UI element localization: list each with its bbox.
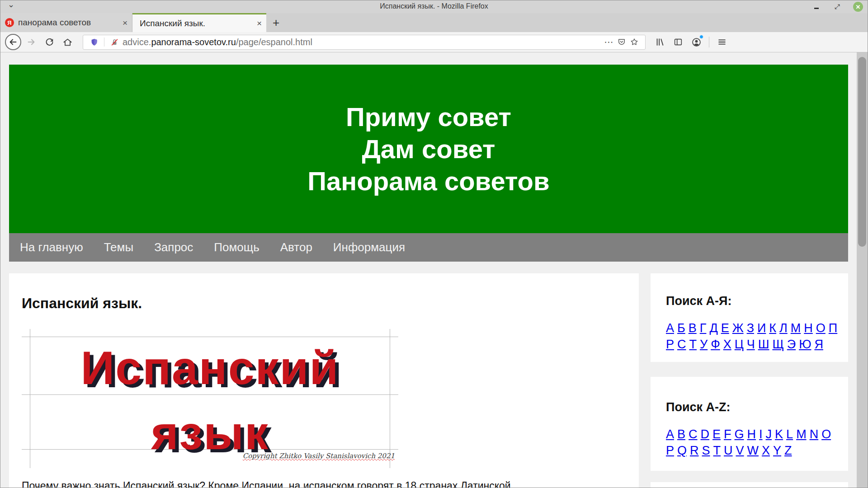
tab-title: панорама советов (18, 18, 119, 28)
alphabet-link[interactable]: Р (666, 337, 674, 352)
alphabet-link[interactable]: T (713, 443, 721, 458)
url-domain: panorama-sovetov.ru (151, 37, 236, 47)
alphabet-link[interactable]: Z (784, 443, 792, 458)
forward-button[interactable] (23, 34, 39, 50)
site-nav-link[interactable]: Информация (333, 240, 405, 254)
image-signature: Copyright Zhitko Vasily Stanislavovich 2… (243, 452, 395, 460)
maximize-button[interactable]: ⤢ (832, 2, 842, 12)
pocket-save-icon[interactable] (615, 38, 628, 47)
tab-close-icon[interactable]: × (123, 19, 127, 27)
alphabet-link[interactable]: J (766, 427, 772, 442)
back-button[interactable] (5, 34, 21, 50)
page-actions-ellipsis-icon[interactable]: ⋯ (603, 37, 615, 47)
alphabet-link[interactable]: Х (723, 337, 731, 352)
alphabet-link[interactable]: Э (787, 337, 796, 352)
tracking-protection-shield-icon[interactable] (88, 38, 100, 47)
alphabet-link[interactable]: Щ (772, 337, 783, 352)
alphabet-link[interactable]: А (666, 321, 674, 336)
alphabet-link[interactable]: Ю (799, 337, 811, 352)
bookmark-star-icon[interactable] (628, 38, 641, 47)
tab-close-icon[interactable]: × (257, 19, 262, 28)
insecure-lock-icon[interactable] (108, 38, 121, 47)
site-header-line: Приму совет (346, 101, 511, 133)
alphabet-link[interactable]: X (762, 443, 770, 458)
alphabet-link[interactable]: Г (700, 321, 707, 336)
scrollbar-thumb[interactable] (858, 57, 866, 247)
alphabet-link[interactable]: I (759, 427, 763, 442)
alphabet-link[interactable]: Я (814, 337, 823, 352)
vertical-scrollbar[interactable] (857, 52, 868, 488)
alphabet-link[interactable]: G (735, 427, 744, 442)
image-text-line2: язык (22, 409, 398, 456)
alphabet-link[interactable]: S (702, 443, 710, 458)
toolbar-right-icons (651, 34, 731, 50)
tab-espanol-active[interactable]: Испанский язык. × (132, 13, 266, 32)
alphabet-link[interactable]: В (689, 321, 697, 336)
address-bar[interactable]: advice.panorama-sovetov.ru/page/espanol.… (83, 35, 646, 50)
home-button[interactable] (59, 34, 75, 50)
url-text[interactable]: advice.panorama-sovetov.ru/page/espanol.… (123, 37, 603, 47)
yandex-favicon-icon: Я (5, 18, 14, 27)
alphabet-link[interactable]: M (796, 427, 807, 442)
alphabet-link[interactable]: Q (677, 443, 687, 458)
alphabet-link[interactable]: Ш (758, 337, 769, 352)
alphabet-link[interactable]: H (747, 427, 756, 442)
alphabet-link[interactable]: Л (779, 321, 788, 336)
alphabet-link[interactable]: A (666, 427, 674, 442)
alphabet-link[interactable]: У (700, 337, 708, 352)
account-button[interactable] (688, 34, 704, 50)
alphabet-link[interactable]: Ч (747, 337, 755, 352)
alphabet-link[interactable]: R (690, 443, 699, 458)
reload-button[interactable] (41, 34, 57, 50)
alphabet-link[interactable]: K (775, 427, 783, 442)
alphabet-link[interactable]: C (689, 427, 698, 442)
page-viewport: Приму советДам советПанорама советов На … (0, 52, 857, 488)
alphabet-link[interactable]: Т (689, 337, 697, 352)
alphabet-link[interactable]: К (769, 321, 776, 336)
alphabet-link[interactable]: М (791, 321, 801, 336)
alphabet-link[interactable]: L (786, 427, 793, 442)
site-header-banner: Приму советДам советПанорама советов (9, 65, 848, 233)
alphabet-link[interactable]: N (810, 427, 819, 442)
site-nav-link[interactable]: На главную (20, 240, 83, 254)
alphabet-link[interactable]: Ц (735, 337, 744, 352)
menu-button[interactable] (714, 34, 730, 50)
tab-panorama-sovetov[interactable]: Я панорама советов × (0, 13, 132, 32)
alphabet-link[interactable]: V (736, 443, 744, 458)
alphabet-link[interactable]: Н (804, 321, 813, 336)
alphabet-link[interactable]: И (757, 321, 766, 336)
alphabet-link[interactable]: З (747, 321, 754, 336)
site-nav-link[interactable]: Автор (280, 240, 312, 254)
site-nav-link[interactable]: Запрос (154, 240, 193, 254)
url-path: /page/espanol.html (236, 37, 312, 47)
alphabet-link[interactable]: P (666, 443, 674, 458)
alphabet-link[interactable]: Y (773, 443, 781, 458)
home-icon (62, 37, 73, 47)
alphabet-link[interactable]: W (747, 443, 759, 458)
alphabet-link[interactable]: O (821, 427, 831, 442)
alphabet-link[interactable]: B (677, 427, 685, 442)
library-button[interactable] (652, 34, 668, 50)
alphabet-link[interactable]: С (677, 337, 686, 352)
site-nav-link[interactable]: Темы (104, 240, 133, 254)
grid-line (22, 394, 398, 395)
library-icon (655, 37, 665, 47)
alphabet-link[interactable]: Б (677, 321, 685, 336)
alphabet-link[interactable]: D (701, 427, 710, 442)
alphabet-link[interactable]: П (829, 321, 837, 336)
alphabet-link[interactable]: Е (721, 321, 729, 336)
alphabet-link[interactable]: О (816, 321, 826, 336)
url-subdomain: advice. (123, 37, 151, 47)
alphabet-link[interactable]: Ф (711, 337, 720, 352)
close-button[interactable]: ✕ (853, 2, 863, 12)
alphabet-link[interactable]: F (724, 427, 731, 442)
minimize-button[interactable] (811, 2, 821, 12)
new-tab-button[interactable]: + (266, 13, 286, 32)
sidebar-toggle-button[interactable] (670, 34, 686, 50)
alphabet-link[interactable]: Ж (732, 321, 744, 336)
alphabet-link[interactable]: U (724, 443, 733, 458)
site-nav-link[interactable]: Помощь (214, 240, 259, 254)
search-ru-box: Поиск А-Я: АБВГДЕЖЗИКЛМНОП РСТУФХЦЧШЩЭЮЯ (651, 273, 848, 362)
alphabet-link[interactable]: E (712, 427, 721, 442)
alphabet-link[interactable]: Д (709, 321, 717, 336)
